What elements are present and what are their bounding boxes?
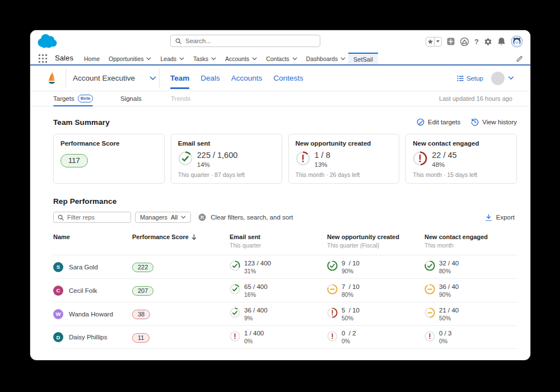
search-placeholder: Search...	[185, 38, 211, 44]
filter-reps-input[interactable]: Filter reps	[53, 212, 131, 223]
email-sent-cell: 123 / 40031%	[230, 260, 327, 274]
setsail-user-menu[interactable]	[491, 72, 514, 85]
nav-item-leads[interactable]: Leads	[160, 55, 184, 62]
tab-targets[interactable]: Targets Beta	[53, 91, 93, 106]
avatar: S	[53, 262, 63, 272]
chevron-down-icon	[150, 76, 156, 81]
rep-name-cell[interactable]: D Daisy Phillips	[53, 332, 132, 342]
rep-name-cell[interactable]: W Wanda Howard	[53, 309, 132, 319]
search-icon	[58, 214, 64, 221]
chevron-down-icon	[292, 57, 297, 60]
tab-trends[interactable]: Trends	[171, 91, 190, 106]
progress-ring	[327, 260, 338, 273]
role-selector[interactable]: Account Executive	[73, 66, 156, 91]
favorites-button-group[interactable]	[426, 37, 442, 46]
edit-targets-button[interactable]: Edit targets	[417, 118, 460, 126]
setsail-tabs: TeamDealsAccountsContests	[170, 66, 304, 91]
app-navigation-bar: Sales HomeOpportunitiesLeadsTasksAccount…	[30, 53, 530, 66]
active-tab-underline	[53, 105, 93, 107]
table-row[interactable]: D Daisy Phillips 11 1 / 4000% 0 / 20% 0 …	[53, 325, 517, 349]
nav-item-opportunities[interactable]: Opportunities	[109, 55, 151, 62]
table-row[interactable]: W Wanda Howard 38 36 / 4009% 5 / 1050% 2…	[53, 302, 517, 325]
progress-ring	[327, 307, 338, 320]
column-header-performance-score[interactable]: Performance Score	[132, 234, 230, 255]
help-icon[interactable]: ?	[474, 38, 479, 46]
new-contact-cell: 0 / 30%	[424, 330, 517, 344]
favorites-caret-icon[interactable]	[434, 38, 441, 46]
setsail-tab-deals[interactable]: Deals	[200, 66, 220, 91]
app-window: Search... ?	[30, 30, 530, 360]
rep-performance-title: Rep Performance	[53, 197, 116, 206]
favorites-star-icon[interactable]	[426, 38, 434, 46]
progress-ring	[413, 151, 427, 168]
table-header: NamePerformance ScoreEmail sentThis quar…	[53, 223, 517, 255]
avatar: D	[53, 332, 63, 342]
nav-item-dashboards[interactable]: Dashboards	[306, 55, 346, 62]
nav-item-home[interactable]: Home	[84, 55, 100, 62]
table-row[interactable]: C Cecil Folk 207 65 / 40016% 7 / 1080% 3…	[53, 278, 517, 302]
managers-filter-dropdown[interactable]: Managers All	[135, 212, 191, 223]
score-pill: 222	[132, 263, 153, 272]
edit-targets-icon	[417, 118, 424, 126]
user-avatar-placeholder	[491, 72, 505, 85]
chevron-down-icon	[211, 57, 216, 60]
progress-ring	[230, 260, 240, 273]
edit-page-pencil-icon[interactable]	[516, 55, 524, 62]
progress-ring	[296, 151, 310, 168]
progress-ring	[424, 284, 435, 297]
clear-filters-button[interactable]: Clear filters, search, and sort	[198, 213, 293, 221]
progress-ring	[424, 331, 435, 344]
card-new-opportunity: New opportunity created 1 / 8 13% This m…	[288, 134, 400, 184]
chevron-down-icon	[179, 57, 184, 60]
email-sent-cell: 36 / 4009%	[230, 307, 327, 321]
performance-score-cell: 222	[132, 262, 230, 272]
progress-ring	[230, 284, 240, 297]
avatar: C	[53, 286, 63, 296]
table-row[interactable]: S Sara Gold 222 123 / 40031% 9 / 1090% 3…	[53, 255, 517, 278]
nav-tab-setsail[interactable]: SetSail	[348, 53, 378, 64]
column-header-new-contact-engaged[interactable]: New contact engagedThis month	[424, 234, 517, 255]
new-opportunity-cell: 9 / 1090%	[327, 260, 424, 274]
card-performance-score: Performance Score 117	[53, 134, 165, 184]
clear-x-icon	[198, 213, 206, 221]
table-body: S Sara Gold 222 123 / 40031% 9 / 1090% 3…	[53, 255, 517, 349]
column-header-new-opportunity-created[interactable]: New opportunity createdThis quarter (Fis…	[327, 234, 424, 255]
email-sent-cell: 65 / 40016%	[230, 283, 327, 298]
score-pill: 207	[132, 286, 153, 296]
new-contact-cell: 36 / 4090%	[424, 283, 517, 298]
setup-gear-icon[interactable]	[484, 38, 492, 46]
app-name[interactable]: Sales	[55, 54, 73, 62]
performance-score-cell: 11	[132, 332, 230, 343]
rep-performance-table: NamePerformance ScoreEmail sentThis quar…	[53, 223, 517, 349]
team-summary-title: Team Summary	[53, 118, 110, 127]
nav-items: HomeOpportunitiesLeadsTasksAccountsConta…	[84, 53, 354, 64]
new-opportunity-cell: 7 / 1080%	[327, 283, 424, 298]
last-updated-text: Last updated 16 hours ago	[439, 91, 512, 106]
export-button[interactable]: Export	[485, 212, 515, 223]
rep-name-cell[interactable]: C Cecil Folk	[53, 286, 132, 296]
rep-name-cell[interactable]: S Sara Gold	[53, 262, 132, 272]
nav-item-tasks[interactable]: Tasks	[193, 55, 216, 62]
trailhead-icon[interactable]	[460, 37, 469, 46]
nav-item-accounts[interactable]: Accounts	[225, 55, 257, 62]
column-header-email-sent[interactable]: Email sentThis quarter	[230, 234, 327, 255]
user-avatar[interactable]	[511, 35, 523, 48]
app-launcher-icon[interactable]	[38, 54, 48, 63]
nav-item-contacts[interactable]: Contacts	[266, 55, 297, 62]
column-header-name[interactable]: Name	[53, 234, 132, 255]
add-icon[interactable]	[447, 38, 455, 45]
view-history-button[interactable]: View history	[471, 118, 517, 126]
chevron-down-icon	[340, 57, 346, 60]
setsail-setup-button[interactable]: Setup	[457, 75, 483, 82]
tab-signals[interactable]: Signals	[120, 91, 142, 106]
setsail-tab-team[interactable]: Team	[170, 66, 189, 91]
setsail-tab-contests[interactable]: Contests	[273, 66, 303, 91]
chevron-down-icon	[508, 76, 514, 80]
setsail-header: Account Executive TeamDealsAccountsConte…	[30, 66, 530, 91]
new-contact-cell: 21 / 4050%	[424, 307, 517, 321]
global-search-input[interactable]: Search...	[170, 35, 320, 47]
notifications-bell-icon[interactable]	[497, 37, 506, 46]
setsail-tab-accounts[interactable]: Accounts	[231, 66, 263, 91]
chevron-down-icon	[181, 216, 186, 219]
progress-ring	[230, 331, 240, 344]
